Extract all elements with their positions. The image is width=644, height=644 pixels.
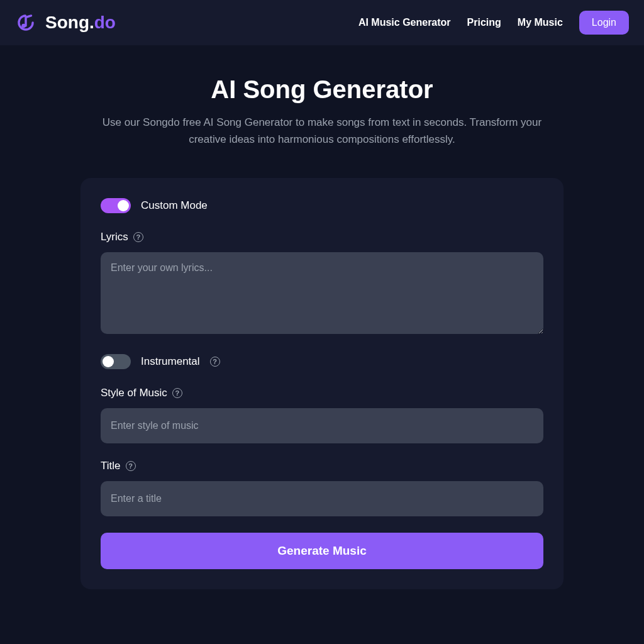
title-input[interactable] (101, 481, 543, 516)
lyrics-label: Lyrics ? (101, 231, 543, 243)
instrumental-toggle[interactable] (101, 354, 131, 369)
page-title: AI Song Generator (13, 75, 631, 104)
style-input[interactable] (101, 408, 543, 443)
help-icon[interactable]: ? (126, 461, 136, 471)
custom-mode-toggle[interactable] (101, 198, 131, 213)
nav-link-generator[interactable]: AI Music Generator (358, 17, 451, 28)
hero: AI Song Generator Use our Songdo free AI… (0, 45, 644, 168)
style-label: Style of Music ? (101, 387, 543, 399)
help-icon[interactable]: ? (210, 357, 220, 367)
generator-card: Custom Mode Lyrics ? Instrumental ? Styl… (80, 178, 564, 589)
header: Song.do AI Music Generator Pricing My Mu… (0, 0, 644, 45)
login-button[interactable]: Login (579, 11, 629, 35)
custom-mode-label: Custom Mode (141, 199, 208, 212)
instrumental-label: Instrumental (141, 355, 200, 368)
generate-button[interactable]: Generate Music (101, 533, 543, 569)
instrumental-row: Instrumental ? (101, 354, 543, 369)
music-note-icon (15, 12, 36, 33)
page-subtitle: Use our Songdo free AI Song Generator to… (83, 114, 561, 148)
nav-link-mymusic[interactable]: My Music (518, 17, 563, 28)
title-label: Title ? (101, 460, 543, 472)
logo[interactable]: Song.do (15, 12, 116, 33)
help-icon[interactable]: ? (172, 388, 182, 398)
lyrics-input[interactable] (101, 252, 543, 334)
nav-link-pricing[interactable]: Pricing (467, 17, 501, 28)
logo-text: Song.do (45, 13, 116, 33)
custom-mode-row: Custom Mode (101, 198, 543, 213)
nav: AI Music Generator Pricing My Music Logi… (358, 11, 629, 35)
help-icon[interactable]: ? (133, 232, 143, 242)
